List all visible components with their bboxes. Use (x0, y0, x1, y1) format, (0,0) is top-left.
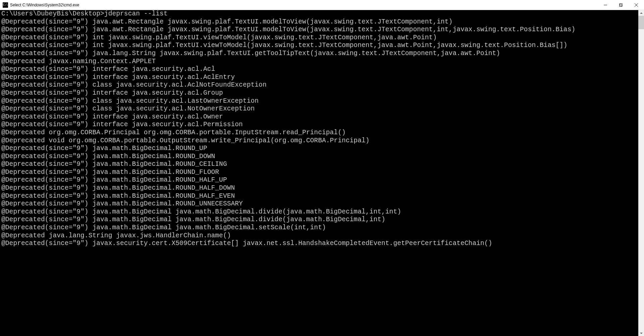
svg-marker-6 (640, 333, 643, 334)
window-controls (598, 0, 644, 10)
vertical-scrollbar[interactable] (638, 10, 644, 336)
svg-rect-2 (620, 3, 623, 6)
svg-marker-5 (640, 12, 643, 14)
close-button[interactable] (629, 0, 644, 10)
minimize-button[interactable] (598, 0, 613, 10)
minimize-icon (604, 3, 607, 7)
maximize-icon (619, 3, 623, 7)
chevron-up-icon (640, 12, 643, 14)
maximize-button[interactable] (613, 0, 629, 10)
svg-rect-1 (619, 4, 622, 7)
scrollbar-thumb[interactable] (638, 16, 644, 29)
chevron-down-icon (640, 333, 643, 334)
window-title: Select C:\Windows\System32\cmd.exe (10, 3, 598, 7)
scrollbar-up-arrow[interactable] (638, 10, 644, 16)
terminal-wrapper: C:\Users\DubeyBis\Desktop>jdeprscan --li… (0, 10, 644, 336)
window-titlebar: C:\ Select C:\Windows\System32\cmd.exe (0, 0, 644, 10)
terminal-output[interactable]: C:\Users\DubeyBis\Desktop>jdeprscan --li… (0, 10, 638, 336)
scrollbar-track[interactable] (638, 16, 644, 330)
close-icon (635, 3, 638, 7)
cmd-icon: C:\ (3, 2, 8, 8)
scrollbar-down-arrow[interactable] (638, 330, 644, 336)
